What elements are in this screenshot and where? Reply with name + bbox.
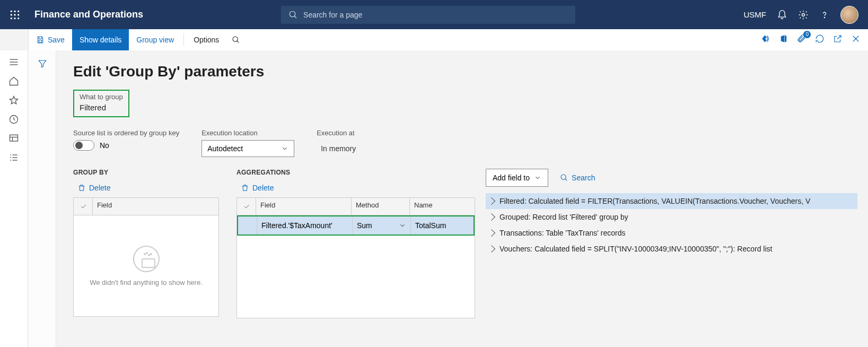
svg-point-0	[10, 10, 12, 12]
close-icon[interactable]	[851, 34, 861, 46]
chevron-down-icon	[281, 145, 288, 152]
what-to-group-label: What to group	[80, 93, 123, 101]
actionbar-search-icon[interactable]	[226, 29, 246, 50]
exec-at-label: Execution at	[317, 129, 409, 137]
agg-row-checkbox[interactable]	[238, 216, 257, 235]
funnel-icon	[38, 59, 47, 347]
svg-point-7	[14, 18, 15, 19]
groupby-delete-label: Delete	[89, 184, 110, 192]
what-to-group-value: Filtered	[80, 101, 123, 112]
popout-icon[interactable]	[833, 34, 843, 46]
action-pane: Save Show details Group view Options 0	[28, 29, 868, 50]
svg-point-2	[17, 10, 19, 12]
groupby-delete-button[interactable]: Delete	[73, 180, 219, 197]
agg-field-header[interactable]: Field	[256, 198, 352, 215]
exec-loc-value: Autodetect	[207, 144, 243, 153]
svg-point-31	[561, 175, 566, 179]
search-icon	[560, 174, 568, 182]
left-nav	[0, 50, 28, 347]
svg-point-1	[14, 10, 15, 12]
groupby-grid: Field We didn't find anything to show he…	[73, 197, 219, 317]
agg-heading: AGGREGATIONS	[236, 169, 475, 176]
gear-icon[interactable]	[798, 10, 809, 20]
groupby-select-all[interactable]	[74, 198, 93, 215]
legal-entity[interactable]: USMF	[744, 10, 767, 19]
svg-point-8	[17, 18, 19, 19]
attachments-badge: 0	[803, 31, 811, 38]
caret-right-icon	[488, 213, 495, 221]
tree-search-label: Search	[572, 174, 595, 182]
bell-icon[interactable]	[777, 10, 787, 20]
exec-loc-select[interactable]: Autodetect	[201, 140, 294, 157]
recent-icon[interactable]	[8, 114, 19, 125]
groupby-field-header[interactable]: Field	[93, 198, 218, 215]
svg-rect-22	[10, 135, 18, 141]
exec-at-value: In memory	[317, 140, 409, 157]
chevron-down-icon	[399, 222, 406, 229]
svg-point-11	[802, 13, 805, 16]
datasource-tree: Filtered: Calculated field = FILTER(Tran…	[486, 193, 857, 257]
waffle-icon[interactable]	[0, 0, 29, 29]
global-search[interactable]: Search for a page	[281, 6, 575, 24]
tree-node-grouped[interactable]: Grouped: Record list 'Filtered' group by	[486, 209, 857, 225]
agg-delete-button[interactable]: Delete	[236, 180, 475, 197]
agg-name-header[interactable]: Name	[410, 198, 475, 215]
tree-node-label: Vouchers: Calculated field = SPLIT("INV-…	[499, 245, 772, 253]
agg-delete-label: Delete	[252, 184, 274, 192]
ordered-value: No	[100, 141, 109, 150]
attachments-icon[interactable]: 0	[797, 34, 806, 46]
caret-right-icon	[488, 245, 495, 253]
caret-right-icon	[488, 229, 495, 237]
modules-icon[interactable]	[8, 152, 19, 163]
agg-row-method[interactable]: Sum	[353, 216, 411, 235]
agg-select-all[interactable]	[237, 198, 256, 215]
main-content: Edit 'Group By' parameters What to group…	[56, 50, 868, 347]
caret-right-icon	[488, 197, 495, 205]
workspace-icon[interactable]	[8, 133, 19, 144]
hamburger-icon[interactable]	[8, 57, 19, 67]
tree-node-label: Transactions: Table 'TaxTrans' records	[499, 229, 625, 237]
svg-point-14	[233, 37, 238, 41]
app-title: Finance and Operations	[29, 9, 143, 20]
agg-row-name[interactable]: TotalSum	[411, 216, 474, 235]
global-header: Finance and Operations Search for a page…	[0, 0, 868, 29]
trash-icon	[77, 184, 86, 192]
svg-point-9	[290, 11, 295, 17]
show-details-button[interactable]: Show details	[72, 29, 129, 50]
ordered-label: Source list is ordered by group key	[73, 129, 179, 137]
save-button[interactable]: Save	[29, 29, 72, 50]
trash-icon	[241, 184, 249, 192]
tree-node-transactions[interactable]: Transactions: Table 'TaxTrans' records	[486, 225, 857, 241]
ordered-toggle[interactable]	[73, 140, 94, 151]
svg-point-5	[17, 14, 19, 15]
tree-node-label: Grouped: Record list 'Filtered' group by	[499, 213, 628, 221]
help-icon[interactable]	[819, 10, 830, 20]
empty-folder-icon	[133, 246, 160, 272]
groupby-heading: GROUP BY	[73, 169, 219, 176]
svg-point-6	[10, 18, 12, 19]
tree-node-vouchers[interactable]: Vouchers: Calculated field = SPLIT("INV-…	[486, 241, 857, 257]
add-field-label: Add field to	[493, 174, 530, 182]
agg-grid: Field Method Name Filtered.'$TaxAmount' …	[236, 197, 475, 318]
svg-point-12	[824, 17, 825, 18]
what-to-group-field[interactable]: What to group Filtered	[73, 90, 129, 117]
tree-node-label: Filtered: Calculated field = FILTER(Tran…	[499, 197, 810, 205]
agg-row-field[interactable]: Filtered.'$TaxAmount'	[257, 216, 353, 235]
page-title: Edit 'Group By' parameters	[73, 63, 868, 80]
home-icon[interactable]	[8, 76, 19, 86]
filter-pane-toggle[interactable]	[29, 50, 56, 347]
tree-node-filtered[interactable]: Filtered: Calculated field = FILTER(Tran…	[486, 193, 857, 209]
options-button[interactable]: Options	[186, 29, 226, 50]
star-icon[interactable]	[8, 95, 19, 106]
tree-search-button[interactable]: Search	[560, 174, 595, 182]
agg-row[interactable]: Filtered.'$TaxAmount' Sum TotalSum	[238, 216, 474, 235]
separator	[183, 33, 184, 46]
agg-method-header[interactable]: Method	[352, 198, 410, 215]
avatar[interactable]	[840, 6, 858, 24]
power-apps-icon[interactable]	[761, 34, 770, 46]
group-view-button[interactable]: Group view	[129, 29, 181, 50]
svg-line-15	[237, 41, 239, 42]
refresh-icon[interactable]	[815, 34, 825, 46]
add-field-to-button[interactable]: Add field to	[486, 169, 548, 187]
office-icon[interactable]	[779, 34, 788, 46]
